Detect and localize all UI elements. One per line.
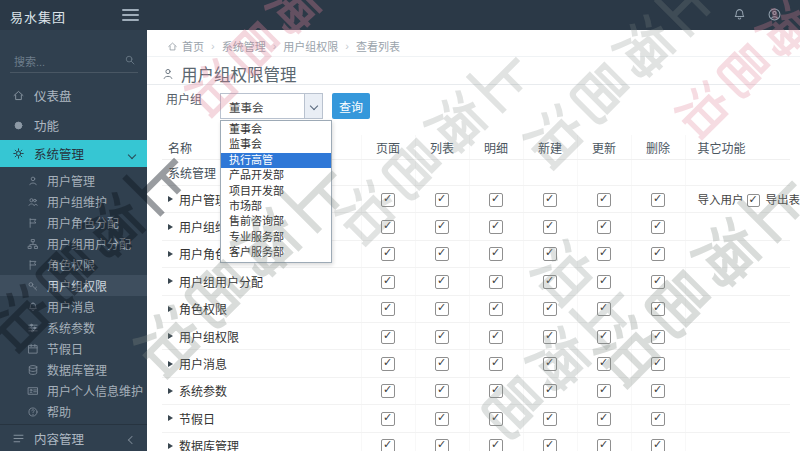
permission-checkbox[interactable] xyxy=(543,302,557,316)
permission-checkbox[interactable] xyxy=(543,357,557,371)
sidebar-subitem-4[interactable]: 角色权限 xyxy=(0,254,147,275)
row-expander[interactable]: 用户组用户分配 xyxy=(168,273,360,290)
permission-checkbox[interactable] xyxy=(489,302,503,316)
permission-checkbox[interactable] xyxy=(489,275,503,289)
sidebar-subitem-6[interactable]: 用户消息 xyxy=(0,296,147,317)
permission-checkbox[interactable] xyxy=(381,384,395,398)
permission-checkbox[interactable] xyxy=(381,275,395,289)
permission-checkbox[interactable] xyxy=(597,275,611,289)
permission-checkbox[interactable] xyxy=(381,193,395,207)
permission-checkbox[interactable] xyxy=(651,302,665,316)
permission-checkbox[interactable] xyxy=(597,439,611,451)
permission-checkbox[interactable] xyxy=(651,357,665,371)
permission-checkbox[interactable] xyxy=(381,439,395,451)
permission-checkbox[interactable] xyxy=(651,247,665,261)
permission-checkbox[interactable] xyxy=(543,247,557,261)
permission-checkbox[interactable] xyxy=(435,220,449,234)
permission-checkbox[interactable] xyxy=(651,439,665,451)
permission-checkbox[interactable] xyxy=(489,439,503,451)
permission-checkbox[interactable] xyxy=(651,193,665,207)
search-input[interactable] xyxy=(12,52,116,72)
sidebar-subitem-1[interactable]: 用户组维护 xyxy=(0,191,147,212)
row-expander[interactable]: 用户消息 xyxy=(168,355,360,372)
sidebar-item-1[interactable]: 功能 xyxy=(0,110,147,140)
permission-checkbox[interactable] xyxy=(381,412,395,426)
sidebar-item-content-management[interactable]: 内容管理 xyxy=(0,424,147,451)
permission-checkbox[interactable] xyxy=(597,330,611,344)
permission-checkbox[interactable] xyxy=(543,384,557,398)
sidebar-subitem-7[interactable]: 系统参数 xyxy=(0,317,147,338)
brand-logo[interactable]: 易水集团 xyxy=(10,7,66,26)
permission-checkbox[interactable] xyxy=(543,275,557,289)
permission-checkbox[interactable] xyxy=(489,193,503,207)
permission-checkbox[interactable] xyxy=(435,275,449,289)
dropdown-option-6[interactable]: 售前咨询部 xyxy=(221,214,331,229)
sidebar-subitem-5[interactable]: 用户组权限 xyxy=(0,275,147,296)
row-expander[interactable]: 节假日 xyxy=(168,410,360,427)
query-button[interactable]: 查询 xyxy=(332,93,370,119)
permission-checkbox[interactable] xyxy=(435,193,449,207)
sidebar-subitem-10[interactable]: 用户个人信息维护 xyxy=(0,380,147,401)
permission-checkbox[interactable] xyxy=(435,302,449,316)
permission-checkbox[interactable] xyxy=(651,384,665,398)
permission-checkbox[interactable] xyxy=(489,384,503,398)
permission-checkbox[interactable] xyxy=(489,357,503,371)
sidebar-subitem-0[interactable]: 用户管理 xyxy=(0,170,147,191)
permission-checkbox[interactable] xyxy=(597,193,611,207)
permission-checkbox[interactable] xyxy=(435,384,449,398)
dropdown-option-1[interactable]: 监事会 xyxy=(221,137,331,152)
breadcrumb-item-2[interactable]: 用户组权限 xyxy=(283,38,338,54)
notifications-bell-icon[interactable] xyxy=(732,7,747,22)
permission-checkbox[interactable] xyxy=(597,357,611,371)
permission-checkbox[interactable] xyxy=(597,220,611,234)
permission-checkbox[interactable] xyxy=(381,220,395,234)
permission-checkbox[interactable] xyxy=(597,412,611,426)
sidebar-subitem-9[interactable]: 数据库管理 xyxy=(0,359,147,380)
permission-checkbox[interactable] xyxy=(543,330,557,344)
breadcrumb-item-3[interactable]: 查看列表 xyxy=(356,38,400,54)
dropdown-option-8[interactable]: 客户服务部 xyxy=(221,245,331,260)
extra-permission-checkbox[interactable] xyxy=(747,194,760,207)
breadcrumb-item-1[interactable]: 系统管理 xyxy=(222,38,266,54)
hamburger-menu-icon[interactable] xyxy=(122,9,139,24)
permission-checkbox[interactable] xyxy=(651,412,665,426)
user-account-icon[interactable] xyxy=(767,7,782,22)
dropdown-option-0[interactable]: 董事会 xyxy=(221,122,331,137)
permission-checkbox[interactable] xyxy=(435,357,449,371)
dropdown-option-7[interactable]: 专业服务部 xyxy=(221,230,331,245)
sidebar-item-0[interactable]: 仪表盘 xyxy=(0,80,147,110)
permission-checkbox[interactable] xyxy=(489,247,503,261)
dropdown-option-2[interactable]: 执行高管 xyxy=(221,153,331,168)
sidebar-item-2[interactable]: 系统管理 xyxy=(0,140,147,167)
permission-checkbox[interactable] xyxy=(489,330,503,344)
permission-checkbox[interactable] xyxy=(543,193,557,207)
sidebar-subitem-8[interactable]: 节假日 xyxy=(0,338,147,359)
permission-checkbox[interactable] xyxy=(489,220,503,234)
permission-checkbox[interactable] xyxy=(435,247,449,261)
permission-checkbox[interactable] xyxy=(651,330,665,344)
row-expander[interactable]: 系统参数 xyxy=(168,382,360,399)
permission-checkbox[interactable] xyxy=(435,439,449,451)
search-icon[interactable] xyxy=(124,54,136,66)
permission-checkbox[interactable] xyxy=(543,439,557,451)
permission-checkbox[interactable] xyxy=(597,247,611,261)
permission-checkbox[interactable] xyxy=(435,330,449,344)
sidebar-subitem-11[interactable]: 帮助 xyxy=(0,401,147,422)
sidebar-subitem-3[interactable]: 用户组用户分配 xyxy=(0,233,147,254)
row-expander[interactable]: 角色权限 xyxy=(168,300,360,317)
row-expander[interactable]: 数据库管理 xyxy=(168,437,360,451)
permission-checkbox[interactable] xyxy=(597,302,611,316)
permission-checkbox[interactable] xyxy=(651,275,665,289)
permission-checkbox[interactable] xyxy=(651,220,665,234)
permission-checkbox[interactable] xyxy=(381,247,395,261)
permission-checkbox[interactable] xyxy=(381,302,395,316)
permission-checkbox[interactable] xyxy=(543,412,557,426)
sidebar-subitem-2[interactable]: 用户角色分配 xyxy=(0,212,147,233)
permission-checkbox[interactable] xyxy=(543,220,557,234)
permission-checkbox[interactable] xyxy=(597,384,611,398)
breadcrumb-item-0[interactable]: 首页 xyxy=(182,38,204,54)
dropdown-option-4[interactable]: 项目开发部 xyxy=(221,184,331,199)
dropdown-option-5[interactable]: 市场部 xyxy=(221,199,331,214)
permission-checkbox[interactable] xyxy=(381,330,395,344)
permission-checkbox[interactable] xyxy=(489,412,503,426)
